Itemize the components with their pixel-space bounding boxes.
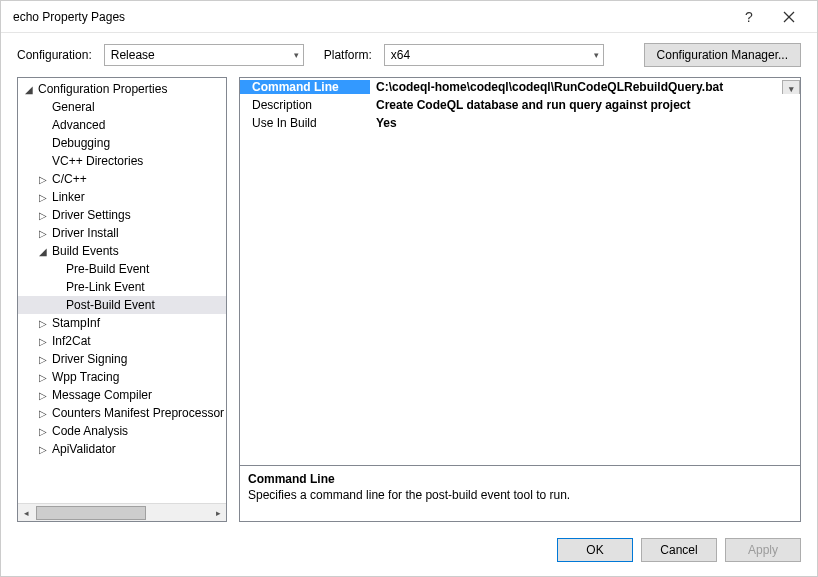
tree-scrollbar[interactable]: ◂ ▸ — [18, 503, 226, 521]
property-row[interactable]: Use In BuildYes — [240, 114, 800, 132]
main-area: ◢Configuration PropertiesGeneralAdvanced… — [1, 77, 817, 528]
chevron-down-icon: ▾ — [294, 50, 299, 60]
tree-item[interactable]: ▷Counters Manifest Preprocessor — [18, 404, 226, 422]
tree-item[interactable]: General — [18, 98, 226, 116]
close-icon — [783, 11, 795, 23]
expand-icon[interactable]: ▷ — [36, 390, 50, 401]
tree-item-label: VC++ Directories — [50, 154, 143, 168]
configuration-combo[interactable]: Release ▾ — [104, 44, 304, 66]
tree-item[interactable]: ▷Wpp Tracing — [18, 368, 226, 386]
property-pages-window: echo Property Pages ? Configuration: Rel… — [0, 0, 818, 577]
apply-button[interactable]: Apply — [725, 538, 801, 562]
cancel-button[interactable]: Cancel — [641, 538, 717, 562]
tree-item-label: Pre-Build Event — [64, 262, 149, 276]
tree-item-label: Driver Settings — [50, 208, 131, 222]
expand-icon[interactable]: ▷ — [36, 444, 50, 455]
tree-item-label: Wpp Tracing — [50, 370, 119, 384]
close-button[interactable] — [769, 3, 809, 31]
expand-icon[interactable]: ▷ — [36, 426, 50, 437]
property-grid[interactable]: Command LineC:\codeql-home\codeql\codeql… — [240, 78, 800, 465]
tree-item[interactable]: ▷StampInf — [18, 314, 226, 332]
chevron-down-icon: ▾ — [789, 84, 794, 94]
config-label: Configuration: — [17, 48, 92, 62]
property-name: Command Line — [240, 80, 370, 94]
tree-item[interactable]: ▷Inf2Cat — [18, 332, 226, 350]
property-value[interactable]: C:\codeql-home\codeql\codeql\RunCodeQLRe… — [370, 80, 800, 94]
tree-item-label: Pre-Link Event — [64, 280, 145, 294]
property-row[interactable]: Command LineC:\codeql-home\codeql\codeql… — [240, 78, 800, 96]
tree-item-label: Post-Build Event — [64, 298, 155, 312]
footer: OK Cancel Apply — [1, 528, 817, 576]
help-button[interactable]: ? — [729, 3, 769, 31]
expand-icon[interactable]: ▷ — [36, 174, 50, 185]
tree-item-label: ApiValidator — [50, 442, 116, 456]
tree-item[interactable]: Post-Build Event — [18, 296, 226, 314]
property-value[interactable]: Create CodeQL database and run query aga… — [370, 98, 800, 112]
tree-item-label: Code Analysis — [50, 424, 128, 438]
tree-root-label: Configuration Properties — [36, 82, 167, 96]
scroll-thumb[interactable] — [36, 506, 146, 520]
tree-item[interactable]: ▷Linker — [18, 188, 226, 206]
tree-root[interactable]: ◢Configuration Properties — [18, 80, 226, 98]
tree-item-label: Advanced — [50, 118, 105, 132]
expand-icon[interactable]: ▷ — [36, 354, 50, 365]
description-panel: Command Line Specifies a command line fo… — [240, 465, 800, 521]
tree-item-label: Driver Install — [50, 226, 119, 240]
tree-item[interactable]: ▷Code Analysis — [18, 422, 226, 440]
tree-item[interactable]: ▷Driver Settings — [18, 206, 226, 224]
tree-item[interactable]: Advanced — [18, 116, 226, 134]
tree-item[interactable]: ▷Driver Install — [18, 224, 226, 242]
tree-item[interactable]: ▷C/C++ — [18, 170, 226, 188]
expand-icon[interactable]: ▷ — [36, 408, 50, 419]
collapse-icon[interactable]: ◢ — [22, 84, 36, 95]
property-name: Use In Build — [240, 116, 370, 130]
tree[interactable]: ◢Configuration PropertiesGeneralAdvanced… — [18, 78, 226, 503]
window-title: echo Property Pages — [13, 10, 729, 24]
dropdown-button[interactable]: ▾ — [782, 80, 800, 94]
scroll-right-icon[interactable]: ▸ — [210, 505, 226, 521]
description-title: Command Line — [248, 472, 792, 486]
collapse-icon[interactable]: ◢ — [36, 246, 50, 257]
scroll-left-icon[interactable]: ◂ — [18, 505, 34, 521]
tree-item-label: Build Events — [50, 244, 119, 258]
tree-item[interactable]: ▷Message Compiler — [18, 386, 226, 404]
tree-item-label: Debugging — [50, 136, 110, 150]
tree-item-label: Linker — [50, 190, 85, 204]
chevron-down-icon: ▾ — [594, 50, 599, 60]
tree-item[interactable]: Debugging — [18, 134, 226, 152]
platform-combo[interactable]: x64 ▾ — [384, 44, 604, 66]
tree-item-label: General — [50, 100, 95, 114]
config-row: Configuration: Release ▾ Platform: x64 ▾… — [1, 33, 817, 77]
expand-icon[interactable]: ▷ — [36, 192, 50, 203]
expand-icon[interactable]: ▷ — [36, 210, 50, 221]
platform-label: Platform: — [324, 48, 372, 62]
property-row[interactable]: DescriptionCreate CodeQL database and ru… — [240, 96, 800, 114]
ok-button[interactable]: OK — [557, 538, 633, 562]
tree-panel: ◢Configuration PropertiesGeneralAdvanced… — [17, 77, 227, 522]
tree-item-label: Message Compiler — [50, 388, 152, 402]
expand-icon[interactable]: ▷ — [36, 318, 50, 329]
property-value[interactable]: Yes — [370, 116, 800, 130]
tree-item[interactable]: ◢Build Events — [18, 242, 226, 260]
property-panel: Command LineC:\codeql-home\codeql\codeql… — [239, 77, 801, 522]
tree-item-label: StampInf — [50, 316, 100, 330]
tree-item-label: Driver Signing — [50, 352, 127, 366]
tree-item-label: Counters Manifest Preprocessor — [50, 406, 224, 420]
tree-item[interactable]: ▷ApiValidator — [18, 440, 226, 458]
tree-item[interactable]: Pre-Build Event — [18, 260, 226, 278]
description-text: Specifies a command line for the post-bu… — [248, 488, 792, 502]
expand-icon[interactable]: ▷ — [36, 336, 50, 347]
titlebar: echo Property Pages ? — [1, 1, 817, 33]
configuration-value: Release — [111, 48, 155, 62]
tree-item[interactable]: ▷Driver Signing — [18, 350, 226, 368]
platform-value: x64 — [391, 48, 410, 62]
tree-item-label: Inf2Cat — [50, 334, 91, 348]
expand-icon[interactable]: ▷ — [36, 228, 50, 239]
tree-item[interactable]: VC++ Directories — [18, 152, 226, 170]
tree-item[interactable]: Pre-Link Event — [18, 278, 226, 296]
tree-item-label: C/C++ — [50, 172, 87, 186]
property-name: Description — [240, 98, 370, 112]
configuration-manager-button[interactable]: Configuration Manager... — [644, 43, 801, 67]
expand-icon[interactable]: ▷ — [36, 372, 50, 383]
